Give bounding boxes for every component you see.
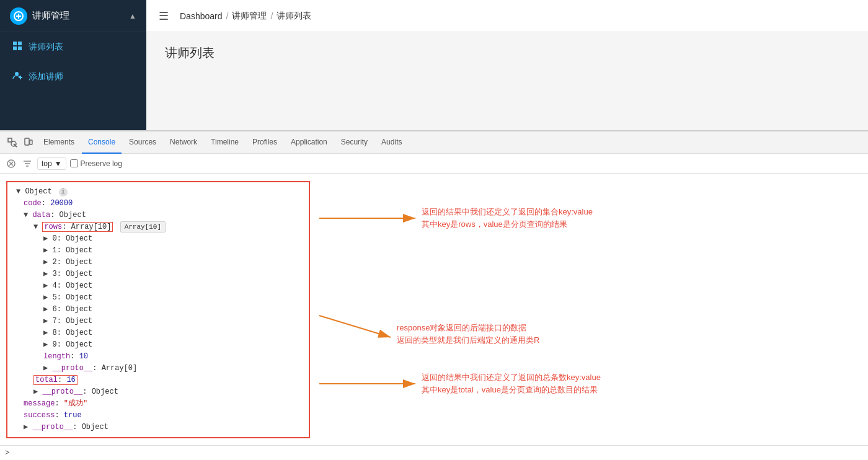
tree-data-toggle[interactable]: ▼ — [24, 211, 32, 219]
tree-total: total: 16 — [14, 374, 303, 386]
sidebar-logo — [10, 7, 27, 25]
svg-rect-13 — [25, 138, 29, 145]
tree-proto-root[interactable]: ▶ __proto__: Object — [14, 422, 303, 433]
annotation-response-line1: response对象返回的后端接口的数据 — [397, 322, 539, 334]
console-prompt: > — [5, 449, 9, 458]
tree-info-icon[interactable]: i — [59, 188, 68, 197]
preserve-log-checkbox[interactable] — [70, 159, 78, 167]
annotation-rows-line2: 其中key是rows，value是分页查询的结果 — [422, 218, 593, 231]
tab-application[interactable]: Application — [285, 131, 334, 154]
tree-code: code: 20000 — [14, 198, 303, 210]
page-title-area: 讲师列表 — [146, 32, 868, 74]
tab-elements[interactable]: Elements — [37, 131, 81, 154]
tree-proto-data[interactable]: ▶ __proto__: Object — [14, 386, 303, 398]
tab-network[interactable]: Network — [164, 131, 203, 154]
hamburger-icon[interactable]: ☰ — [159, 9, 169, 23]
tab-timeline[interactable]: Timeline — [205, 131, 245, 154]
tree-item-7[interactable]: ▶ 7: Object — [14, 316, 303, 327]
context-selector-value: top — [42, 159, 52, 168]
tab-audits[interactable]: Audits — [375, 131, 408, 154]
sidebar-item-instructor-list-label: 讲师列表 — [29, 42, 63, 53]
tree-total-key: total — [35, 376, 58, 384]
tree-length: length: 10 — [14, 351, 303, 363]
tree-item-1[interactable]: ▶ 1: Object — [14, 245, 303, 257]
tree-message-value: "成功" — [64, 399, 87, 408]
tree-rows[interactable]: ▼ rows: Array[10] Array[10] — [14, 221, 303, 233]
svg-line-23 — [319, 316, 391, 337]
annotation-total: 返回的结果中我们还定义了返回的总条数key:value 其中key是total，… — [422, 371, 601, 396]
sidebar-header: 讲师管理 ▲ — [0, 0, 146, 32]
svg-rect-5 — [13, 46, 17, 50]
sidebar-item-add-instructor-label: 添加讲师 — [29, 71, 63, 82]
svg-rect-10 — [8, 138, 12, 142]
console-content: ▼ Object i code: 20000 ▼ data: Object ▼ … — [0, 174, 868, 445]
svg-rect-14 — [30, 140, 32, 144]
tree-proto-arr[interactable]: ▶ __proto__: Array[0] — [14, 363, 303, 374]
annotation-rows-line1: 返回的结果中我们还定义了返回的集合key:value — [422, 206, 593, 218]
breadcrumb-dashboard[interactable]: Dashboard — [180, 11, 223, 21]
context-selector[interactable]: top ▼ — [37, 157, 66, 170]
sidebar-item-add-instructor[interactable]: 添加讲师 — [0, 62, 146, 92]
annotation-total-line2: 其中key是total，value是分页查询的总数目的结果 — [422, 384, 601, 396]
console-bar: top ▼ Preserve log — [0, 154, 868, 174]
breadcrumb-mgmt[interactable]: 讲师管理 — [232, 11, 267, 22]
device-toolbar-icon[interactable] — [21, 135, 36, 150]
tab-profiles[interactable]: Profiles — [246, 131, 283, 154]
sidebar-item-instructor-list[interactable]: 讲师列表 — [0, 32, 146, 62]
tree-data-key: data — [32, 211, 50, 219]
tree-rows-toggle[interactable]: ▼ — [33, 223, 42, 231]
svg-point-7 — [15, 72, 19, 76]
tab-console[interactable]: Console — [82, 131, 122, 154]
tree-item-8[interactable]: ▶ 8: Object — [14, 327, 303, 339]
clear-console-icon[interactable] — [5, 157, 17, 170]
inspect-element-icon[interactable] — [5, 135, 20, 150]
breadcrumb-sep-2: / — [270, 11, 273, 21]
tree-item-0[interactable]: ▶ 0: Object — [14, 233, 303, 245]
rows-tooltip-badge: Array[10] — [120, 221, 166, 232]
grid-icon — [12, 41, 22, 53]
tree-root[interactable]: ▼ Object i — [14, 186, 303, 198]
tree-item-5[interactable]: ▶ 5: Object — [14, 292, 303, 304]
breadcrumb: Dashboard / 讲师管理 / 讲师列表 — [180, 11, 311, 22]
sidebar-collapse-icon[interactable]: ▲ — [129, 12, 136, 20]
tree-total-value: 16 — [66, 376, 75, 384]
sidebar: 讲师管理 ▲ 讲师列表 添加讲师 — [0, 0, 146, 130]
tree-success: success: true — [14, 410, 303, 422]
tree-success-key: success — [24, 411, 55, 420]
devtools-panel: Elements Console Sources Network Timelin… — [0, 130, 868, 460]
main-content: ☰ Dashboard / 讲师管理 / 讲师列表 讲师列表 — [146, 0, 868, 130]
tree-item-2[interactable]: ▶ 2: Object — [14, 257, 303, 268]
person-add-icon — [12, 71, 22, 83]
sidebar-title: 讲师管理 — [32, 10, 69, 22]
svg-rect-4 — [18, 42, 22, 45]
tree-item-3[interactable]: ▶ 3: Object — [14, 268, 303, 280]
filter-icon[interactable] — [21, 157, 33, 170]
tree-length-key: length — [43, 352, 70, 361]
console-input-line: > — [0, 445, 868, 460]
tree-data[interactable]: ▼ data: Object — [14, 210, 303, 221]
annotation-response: response对象返回的后端接口的数据 返回的类型就是我们后端定义的通用类R — [397, 322, 539, 346]
annotation-total-line1: 返回的结果中我们还定义了返回的总条数key:value — [422, 371, 601, 384]
tree-item-4[interactable]: ▶ 4: Object — [14, 280, 303, 292]
svg-rect-6 — [18, 46, 22, 50]
preserve-log-label: Preserve log — [70, 159, 122, 168]
preserve-log-text: Preserve log — [81, 159, 122, 168]
tab-sources[interactable]: Sources — [123, 131, 162, 154]
tree-rows-key: rows — [44, 223, 62, 231]
svg-rect-3 — [13, 42, 17, 45]
annotation-rows: 返回的结果中我们还定义了返回的集合key:value 其中key是rows，va… — [422, 206, 593, 230]
tree-item-9[interactable]: ▶ 9: Object — [14, 339, 303, 351]
tab-security[interactable]: Security — [335, 131, 374, 154]
annotation-response-line2: 返回的类型就是我们后端定义的通用类R — [397, 334, 539, 347]
devtools-toolbar: Elements Console Sources Network Timelin… — [0, 131, 868, 154]
main-header: ☰ Dashboard / 讲师管理 / 讲师列表 — [146, 0, 868, 32]
breadcrumb-sep-1: / — [226, 11, 229, 21]
breadcrumb-current: 讲师列表 — [277, 11, 311, 22]
tree-code-key: code — [24, 199, 42, 208]
tree-message-key: message — [24, 399, 55, 408]
tree-root-toggle[interactable]: ▼ — [16, 187, 25, 196]
tree-success-value: true — [64, 411, 82, 420]
tree-length-value: 10 — [79, 352, 88, 361]
tree-message: message: "成功" — [14, 398, 303, 410]
tree-item-6[interactable]: ▶ 6: Object — [14, 304, 303, 316]
